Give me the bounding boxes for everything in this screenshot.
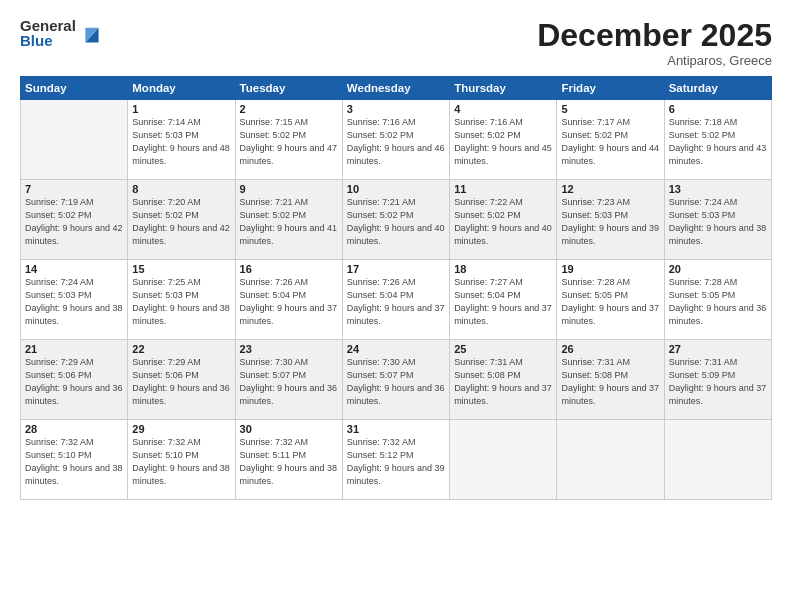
calendar-day: 3Sunrise: 7:16 AMSunset: 5:02 PMDaylight… [342, 100, 449, 180]
calendar-week-row: 1Sunrise: 7:14 AMSunset: 5:03 PMDaylight… [21, 100, 772, 180]
day-detail: Sunrise: 7:28 AMSunset: 5:05 PMDaylight:… [669, 276, 767, 328]
logo-blue: Blue [20, 33, 76, 48]
calendar-page: General Blue December 2025 Antiparos, Gr… [0, 0, 792, 612]
calendar-day: 20Sunrise: 7:28 AMSunset: 5:05 PMDayligh… [664, 260, 771, 340]
day-detail: Sunrise: 7:21 AMSunset: 5:02 PMDaylight:… [347, 196, 445, 248]
calendar-day: 4Sunrise: 7:16 AMSunset: 5:02 PMDaylight… [450, 100, 557, 180]
calendar-day: 26Sunrise: 7:31 AMSunset: 5:08 PMDayligh… [557, 340, 664, 420]
day-detail: Sunrise: 7:32 AMSunset: 5:11 PMDaylight:… [240, 436, 338, 488]
day-number: 28 [25, 423, 123, 435]
day-detail: Sunrise: 7:28 AMSunset: 5:05 PMDaylight:… [561, 276, 659, 328]
calendar-day: 19Sunrise: 7:28 AMSunset: 5:05 PMDayligh… [557, 260, 664, 340]
calendar-day: 13Sunrise: 7:24 AMSunset: 5:03 PMDayligh… [664, 180, 771, 260]
calendar-day [21, 100, 128, 180]
calendar-day: 21Sunrise: 7:29 AMSunset: 5:06 PMDayligh… [21, 340, 128, 420]
day-number: 9 [240, 183, 338, 195]
day-number: 16 [240, 263, 338, 275]
logo: General Blue [20, 18, 100, 48]
day-number: 31 [347, 423, 445, 435]
day-number: 21 [25, 343, 123, 355]
header-friday: Friday [557, 77, 664, 100]
title-block: December 2025 Antiparos, Greece [537, 18, 772, 68]
day-detail: Sunrise: 7:31 AMSunset: 5:08 PMDaylight:… [454, 356, 552, 408]
day-number: 7 [25, 183, 123, 195]
calendar-day: 24Sunrise: 7:30 AMSunset: 5:07 PMDayligh… [342, 340, 449, 420]
calendar-day: 23Sunrise: 7:30 AMSunset: 5:07 PMDayligh… [235, 340, 342, 420]
location-subtitle: Antiparos, Greece [537, 53, 772, 68]
calendar-week-row: 21Sunrise: 7:29 AMSunset: 5:06 PMDayligh… [21, 340, 772, 420]
day-number: 2 [240, 103, 338, 115]
day-detail: Sunrise: 7:32 AMSunset: 5:12 PMDaylight:… [347, 436, 445, 488]
calendar-day: 22Sunrise: 7:29 AMSunset: 5:06 PMDayligh… [128, 340, 235, 420]
calendar-day: 29Sunrise: 7:32 AMSunset: 5:10 PMDayligh… [128, 420, 235, 500]
day-number: 26 [561, 343, 659, 355]
day-detail: Sunrise: 7:31 AMSunset: 5:08 PMDaylight:… [561, 356, 659, 408]
day-detail: Sunrise: 7:21 AMSunset: 5:02 PMDaylight:… [240, 196, 338, 248]
day-detail: Sunrise: 7:24 AMSunset: 5:03 PMDaylight:… [669, 196, 767, 248]
calendar-day: 1Sunrise: 7:14 AMSunset: 5:03 PMDaylight… [128, 100, 235, 180]
calendar-day: 31Sunrise: 7:32 AMSunset: 5:12 PMDayligh… [342, 420, 449, 500]
calendar-week-row: 7Sunrise: 7:19 AMSunset: 5:02 PMDaylight… [21, 180, 772, 260]
day-detail: Sunrise: 7:19 AMSunset: 5:02 PMDaylight:… [25, 196, 123, 248]
day-number: 3 [347, 103, 445, 115]
calendar-day [450, 420, 557, 500]
day-detail: Sunrise: 7:20 AMSunset: 5:02 PMDaylight:… [132, 196, 230, 248]
calendar-day: 25Sunrise: 7:31 AMSunset: 5:08 PMDayligh… [450, 340, 557, 420]
calendar-day: 10Sunrise: 7:21 AMSunset: 5:02 PMDayligh… [342, 180, 449, 260]
calendar-day: 18Sunrise: 7:27 AMSunset: 5:04 PMDayligh… [450, 260, 557, 340]
day-number: 15 [132, 263, 230, 275]
day-number: 17 [347, 263, 445, 275]
header-tuesday: Tuesday [235, 77, 342, 100]
day-number: 19 [561, 263, 659, 275]
day-detail: Sunrise: 7:26 AMSunset: 5:04 PMDaylight:… [240, 276, 338, 328]
day-detail: Sunrise: 7:29 AMSunset: 5:06 PMDaylight:… [25, 356, 123, 408]
day-detail: Sunrise: 7:30 AMSunset: 5:07 PMDaylight:… [347, 356, 445, 408]
header-monday: Monday [128, 77, 235, 100]
calendar-day: 2Sunrise: 7:15 AMSunset: 5:02 PMDaylight… [235, 100, 342, 180]
day-detail: Sunrise: 7:22 AMSunset: 5:02 PMDaylight:… [454, 196, 552, 248]
day-number: 25 [454, 343, 552, 355]
day-number: 14 [25, 263, 123, 275]
day-detail: Sunrise: 7:30 AMSunset: 5:07 PMDaylight:… [240, 356, 338, 408]
day-detail: Sunrise: 7:18 AMSunset: 5:02 PMDaylight:… [669, 116, 767, 168]
logo-general: General [20, 18, 76, 33]
day-number: 6 [669, 103, 767, 115]
calendar-day: 6Sunrise: 7:18 AMSunset: 5:02 PMDaylight… [664, 100, 771, 180]
day-number: 20 [669, 263, 767, 275]
day-detail: Sunrise: 7:29 AMSunset: 5:06 PMDaylight:… [132, 356, 230, 408]
calendar-day: 12Sunrise: 7:23 AMSunset: 5:03 PMDayligh… [557, 180, 664, 260]
calendar-day: 5Sunrise: 7:17 AMSunset: 5:02 PMDaylight… [557, 100, 664, 180]
month-title: December 2025 [537, 18, 772, 53]
calendar-day: 8Sunrise: 7:20 AMSunset: 5:02 PMDaylight… [128, 180, 235, 260]
day-number: 23 [240, 343, 338, 355]
day-number: 27 [669, 343, 767, 355]
day-detail: Sunrise: 7:24 AMSunset: 5:03 PMDaylight:… [25, 276, 123, 328]
header-thursday: Thursday [450, 77, 557, 100]
day-number: 24 [347, 343, 445, 355]
day-number: 5 [561, 103, 659, 115]
day-number: 18 [454, 263, 552, 275]
day-detail: Sunrise: 7:32 AMSunset: 5:10 PMDaylight:… [132, 436, 230, 488]
day-number: 1 [132, 103, 230, 115]
day-number: 4 [454, 103, 552, 115]
calendar-day: 16Sunrise: 7:26 AMSunset: 5:04 PMDayligh… [235, 260, 342, 340]
calendar-day: 7Sunrise: 7:19 AMSunset: 5:02 PMDaylight… [21, 180, 128, 260]
calendar-week-row: 28Sunrise: 7:32 AMSunset: 5:10 PMDayligh… [21, 420, 772, 500]
calendar-day: 30Sunrise: 7:32 AMSunset: 5:11 PMDayligh… [235, 420, 342, 500]
calendar-day: 15Sunrise: 7:25 AMSunset: 5:03 PMDayligh… [128, 260, 235, 340]
day-detail: Sunrise: 7:17 AMSunset: 5:02 PMDaylight:… [561, 116, 659, 168]
calendar-day: 14Sunrise: 7:24 AMSunset: 5:03 PMDayligh… [21, 260, 128, 340]
page-header: General Blue December 2025 Antiparos, Gr… [20, 18, 772, 68]
calendar-day [557, 420, 664, 500]
calendar-day: 17Sunrise: 7:26 AMSunset: 5:04 PMDayligh… [342, 260, 449, 340]
day-detail: Sunrise: 7:31 AMSunset: 5:09 PMDaylight:… [669, 356, 767, 408]
header-sunday: Sunday [21, 77, 128, 100]
day-number: 29 [132, 423, 230, 435]
calendar-table: Sunday Monday Tuesday Wednesday Thursday… [20, 76, 772, 500]
calendar-day: 28Sunrise: 7:32 AMSunset: 5:10 PMDayligh… [21, 420, 128, 500]
day-detail: Sunrise: 7:25 AMSunset: 5:03 PMDaylight:… [132, 276, 230, 328]
day-number: 13 [669, 183, 767, 195]
day-detail: Sunrise: 7:26 AMSunset: 5:04 PMDaylight:… [347, 276, 445, 328]
day-detail: Sunrise: 7:23 AMSunset: 5:03 PMDaylight:… [561, 196, 659, 248]
day-detail: Sunrise: 7:15 AMSunset: 5:02 PMDaylight:… [240, 116, 338, 168]
